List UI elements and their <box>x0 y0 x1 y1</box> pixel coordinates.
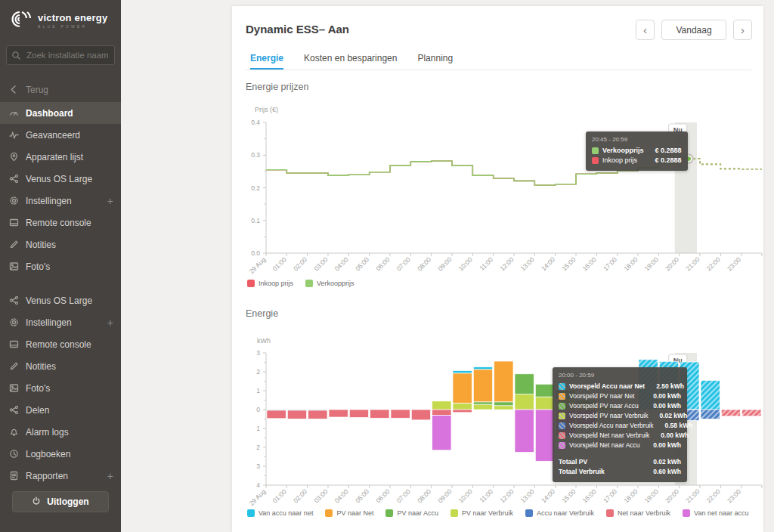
legend-swatch <box>247 509 255 517</box>
tooltip-swatch <box>559 442 565 449</box>
logo-subtitle: BLUE POWER <box>38 24 107 29</box>
sidebar-item-terug[interactable]: Terug <box>0 79 121 101</box>
bar-segment <box>349 410 368 418</box>
legend-item-net-naar-verbruik[interactable]: Net naar Verbruik <box>606 509 670 517</box>
logout-label: Uitloggen <box>47 496 88 507</box>
sidebar-item-foto-s[interactable]: Foto's <box>0 377 121 399</box>
svg-text:08:00: 08:00 <box>416 487 432 504</box>
svg-text:13:00: 13:00 <box>519 487 536 504</box>
search-icon <box>11 50 21 63</box>
next-day-button[interactable]: › <box>733 20 752 40</box>
bar-segment <box>494 402 513 406</box>
sidebar-item-notities[interactable]: Notities <box>0 355 121 377</box>
legend-item-pv-naar-net[interactable]: PV naar Net <box>325 509 373 517</box>
sidebar: victron energy BLUE POWER TerugDashboard… <box>0 0 121 532</box>
sidebar-item-rapporten[interactable]: Rapporten+ <box>0 465 121 487</box>
tooltip-label: Voorspeld PV naar Net <box>569 391 634 401</box>
svg-text:02:00: 02:00 <box>292 487 308 504</box>
sidebar-item-venus-os-large[interactable]: Venus OS Large <box>0 289 121 311</box>
tooltip-label: Voorspeld PV naar Accu <box>569 401 639 411</box>
price-chart[interactable]: Nu0.00.10.20.30.429 Aug01:0002:0003:0004… <box>232 101 763 276</box>
svg-text:23:00: 23:00 <box>726 487 742 504</box>
report-icon <box>9 471 19 481</box>
sidebar-item-venus-os-large[interactable]: Venus OS Large <box>0 168 121 190</box>
tooltip-row-inkoop-prijs: Inkoop prijs€ 0.2888 <box>592 156 682 165</box>
legend-label: Van net naar accu <box>694 509 748 517</box>
bar-segment <box>494 406 513 410</box>
svg-text:0.4: 0.4 <box>251 119 260 126</box>
svg-text:1: 1 <box>256 387 260 394</box>
legend-item-van-accu-naar-net[interactable]: Van accu naar net <box>247 509 313 517</box>
sidebar-item-remote-console[interactable]: Remote console <box>0 333 121 355</box>
sidebar-item-notities[interactable]: Notities <box>0 234 121 255</box>
bar-segment <box>721 410 740 416</box>
today-button[interactable]: Vandaag <box>661 20 726 40</box>
svg-text:20:00: 20:00 <box>664 255 680 272</box>
search-input[interactable] <box>6 45 115 65</box>
tooltip-swatch <box>559 413 565 419</box>
svg-text:0.2: 0.2 <box>251 184 260 192</box>
tab-kosten-en-besparingen[interactable]: Kosten en besparingen <box>304 48 397 70</box>
legend-item-accu-naar-verbruik[interactable]: Accu naar Verbruik <box>525 509 594 517</box>
victron-logo[interactable]: victron energy BLUE POWER <box>0 0 121 39</box>
sidebar-item-label: Alarm logs <box>26 427 69 438</box>
tab-energie[interactable]: Energie <box>250 48 283 70</box>
svg-text:20:00: 20:00 <box>664 487 680 504</box>
tooltip-value: 0.02 kWh <box>652 411 687 421</box>
sidebar-item-dashboard[interactable]: Dashboard <box>0 102 121 124</box>
bar-segment <box>391 410 410 418</box>
sidebar-item-instellingen[interactable]: Instellingen+ <box>0 190 121 212</box>
sidebar-item-label: Apparaten lijst <box>26 152 83 162</box>
sidebar-item-geavanceerd[interactable]: Geavanceerd <box>0 124 121 146</box>
bar-segment <box>473 404 492 410</box>
tooltip-swatch <box>559 432 565 439</box>
sidebar-item-apparaten-lijst[interactable]: Apparaten lijst <box>0 146 121 168</box>
sidebar-item-remote-console[interactable]: Remote console <box>0 212 121 234</box>
bar-segment <box>701 410 720 419</box>
bar-segment <box>515 394 534 410</box>
legend-item-inkoop-prijs[interactable]: Inkoop prijs <box>247 280 293 287</box>
main-content: Dynamic ESS– Aan ‹ Vandaag › EnergieKost… <box>121 0 774 532</box>
legend-item-van-net-naar-accu[interactable]: Van net naar accu <box>683 509 748 517</box>
legend-item-verkoopprijs[interactable]: Verkoopprijs <box>305 280 354 287</box>
bar-segment <box>453 403 472 410</box>
plus-icon[interactable]: + <box>107 317 113 329</box>
legend-item-pv-naar-accu[interactable]: PV naar Accu <box>385 509 438 517</box>
clock-icon <box>9 449 19 459</box>
plus-icon[interactable]: + <box>107 195 113 207</box>
logout-button[interactable]: Uitloggen <box>12 491 109 512</box>
search-box <box>6 45 115 65</box>
sidebar-item-label: Notities <box>26 361 56 372</box>
svg-text:11:00: 11:00 <box>478 255 494 272</box>
vrm-app: victron energy BLUE POWER TerugDashboard… <box>0 0 774 532</box>
tab-bar: EnergieKosten en besparingenPlanning <box>246 48 751 70</box>
tooltip-label: Verkoopprijs <box>602 146 644 156</box>
legend-label: Inkoop prijs <box>259 280 293 287</box>
legend-label: Verkoopprijs <box>317 280 354 287</box>
gear-icon <box>9 317 19 327</box>
tooltip-total-totaal-verbruik: Totaal Verbruik0.60 kWh <box>559 467 681 477</box>
bar-segment <box>494 361 513 402</box>
sidebar-item-delen[interactable]: Delen <box>0 399 121 421</box>
svg-text:17:00: 17:00 <box>602 255 618 272</box>
svg-text:01:00: 01:00 <box>271 255 288 272</box>
svg-text:0.1: 0.1 <box>251 217 260 224</box>
sidebar-item-foto-s[interactable]: Foto's <box>0 255 121 277</box>
sidebar-item-instellingen[interactable]: Instellingen+ <box>0 311 121 333</box>
svg-text:12:00: 12:00 <box>498 487 515 504</box>
tooltip-swatch <box>559 403 565 410</box>
bar-segment <box>411 410 430 420</box>
svg-text:17:00: 17:00 <box>602 487 618 504</box>
sidebar-item-logboeken[interactable]: Logboeken <box>0 443 121 465</box>
bar-segment <box>473 402 492 404</box>
tooltip-row-voorspeld-pv-naar-net: Voorspeld PV naar Net0.00 kWh <box>559 391 681 401</box>
tab-planning[interactable]: Planning <box>417 48 453 70</box>
bar-segment <box>515 410 534 453</box>
svg-text:08:00: 08:00 <box>416 255 432 272</box>
legend-item-pv-naar-verbruik[interactable]: PV naar Verbruik <box>450 509 513 517</box>
sidebar-item-label: Rapporten <box>26 471 68 481</box>
sidebar-item-alarm-logs[interactable]: Alarm logs <box>0 421 121 443</box>
prev-day-button[interactable]: ‹ <box>636 20 655 40</box>
page-title: Dynamic ESS– Aan <box>246 23 349 36</box>
plus-icon[interactable]: + <box>107 470 113 482</box>
